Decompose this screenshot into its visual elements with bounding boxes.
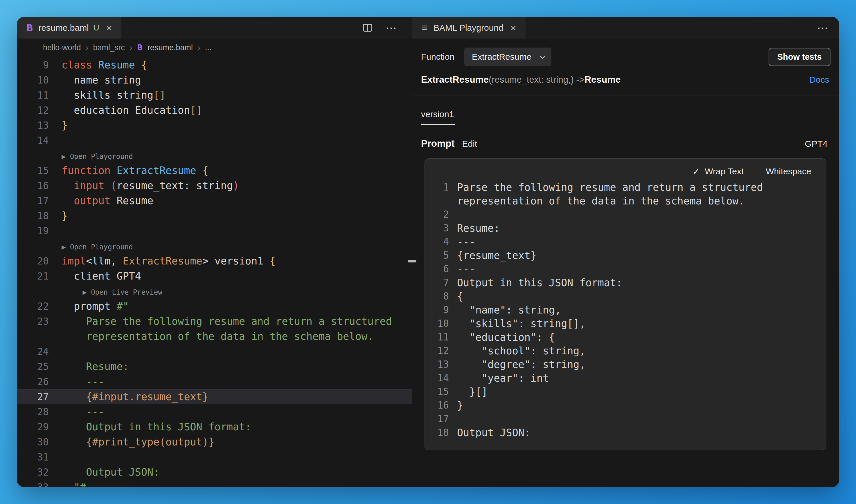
prompt-heading-row: Prompt Edit GPT4 <box>412 138 839 149</box>
prompt-preview-toolbar: ✓ Wrap Text Whitespace <box>433 166 818 177</box>
signature-arrow: -> <box>574 74 584 85</box>
prompt-preview-code: 1Parse the following resume and return a… <box>433 180 818 439</box>
playground-line-text: "school": string, <box>449 345 586 357</box>
editor-code-area[interactable]: 9class Resume {10 name string11 skills s… <box>17 56 412 487</box>
editor-line[interactable]: 33 "# <box>17 480 412 487</box>
line-number: 5 <box>433 250 449 261</box>
whitespace-toggle[interactable]: Whitespace <box>766 166 811 176</box>
split-editor-icon[interactable] <box>363 24 372 32</box>
close-tab-icon[interactable]: × <box>511 23 516 33</box>
line-number: 9 <box>433 304 449 316</box>
editor-line[interactable]: 19 <box>17 223 412 238</box>
editor-line[interactable]: 24 <box>17 344 412 359</box>
playground-line: 7Output in this JSON format: <box>433 276 818 289</box>
breadcrumb-item-file[interactable]: resume.baml <box>148 43 193 52</box>
tab-resume-baml[interactable]: B resume.baml U × <box>17 17 121 39</box>
playground-line-text: "education": { <box>449 331 555 343</box>
line-number: 11 <box>17 90 49 101</box>
editor-line[interactable]: 17 output Resume <box>17 193 412 208</box>
editor-line[interactable]: 20impl<llm, ExtractResume> version1 { <box>17 253 412 269</box>
playground-line: 3Resume: <box>433 221 818 235</box>
editor-line[interactable]: 23 Parse the following resume and return… <box>17 314 412 329</box>
show-tests-button[interactable]: Show tests <box>769 48 831 66</box>
line-number: 7 <box>433 277 449 288</box>
editor-line[interactable]: 15function ExtractResume { <box>17 163 412 178</box>
playground-line-text: {resume_text} <box>449 250 536 261</box>
editor-line[interactable]: 18} <box>17 208 412 223</box>
playground-line-text: representation of the data in the schema… <box>449 195 744 207</box>
editor-line[interactable]: 21 client GPT4 <box>17 269 412 284</box>
line-number: 30 <box>17 436 49 448</box>
signature-params: (resume_text: string,) <box>489 74 574 85</box>
editor-line[interactable]: 14 <box>17 133 412 148</box>
docs-link[interactable]: Docs <box>809 75 829 85</box>
editor-tab-bar: B resume.baml U × ⋯ <box>17 17 412 39</box>
playground-line: 8{ <box>433 289 818 303</box>
line-number: 12 <box>17 105 49 116</box>
playground-line: 17 <box>433 412 818 426</box>
more-actions-icon[interactable]: ⋯ <box>386 22 397 33</box>
signature-return-type: Resume <box>584 74 621 85</box>
editor-line[interactable]: representation of the data in the schema… <box>17 329 412 344</box>
editor-line[interactable]: 10 name string <box>17 72 412 88</box>
function-dropdown-value: ExtractResume <box>472 52 531 62</box>
editor-line[interactable]: 12 education Education[] <box>17 103 412 118</box>
editor-line[interactable]: 31 <box>17 449 412 465</box>
breadcrumb-item-folder[interactable]: baml_src <box>93 43 125 52</box>
pane-resize-handle[interactable] <box>408 260 416 263</box>
editor-line[interactable]: 11 skills string[] <box>17 88 412 103</box>
line-number: 18 <box>433 427 449 438</box>
line-number: 8 <box>433 291 449 302</box>
line-number: 1 <box>433 182 449 193</box>
playground-line: 5{resume_text} <box>433 249 818 262</box>
line-number: 18 <box>17 210 49 221</box>
line-number: 4 <box>433 236 449 247</box>
line-number: 17 <box>433 413 449 425</box>
editor-line[interactable]: 9class Resume { <box>17 57 412 72</box>
editor-line[interactable]: 26 --- <box>17 374 412 389</box>
breadcrumb-item-project[interactable]: hello-world <box>43 43 81 52</box>
tab-version1[interactable]: version1 <box>421 109 455 125</box>
baml-file-icon: B <box>137 43 143 52</box>
line-number: 13 <box>433 359 449 370</box>
codelens-link[interactable]: ▶ Open Playground <box>17 238 412 253</box>
codelens-link[interactable]: ▶ Open Live Preview <box>17 284 412 299</box>
editor-line[interactable]: 32 Output JSON: <box>17 465 412 480</box>
breadcrumb-item-symbol[interactable]: ... <box>205 43 212 52</box>
breadcrumb-separator-icon: › <box>198 43 200 53</box>
line-number: 20 <box>17 255 49 267</box>
editor-line[interactable]: 30 {#print_type(output)} <box>17 434 412 449</box>
edit-prompt-link[interactable]: Edit <box>462 139 477 149</box>
editor-line[interactable]: 22 prompt #" <box>17 299 412 314</box>
breadcrumb-separator-icon: › <box>86 43 89 53</box>
playground-line-text: "degree": string, <box>449 359 586 370</box>
function-dropdown[interactable]: ExtractResume <box>464 48 551 66</box>
editor-line[interactable]: 13} <box>17 118 412 133</box>
tab-filename: resume.baml <box>38 23 89 33</box>
editor-line[interactable]: 29 Output in this JSON format: <box>17 419 412 434</box>
line-number: 12 <box>433 345 449 356</box>
playground-line: 1Parse the following resume and return a… <box>433 180 818 194</box>
playground-menu-icon: ≡ <box>422 22 428 34</box>
line-number: 16 <box>433 400 449 411</box>
line-number: 19 <box>17 225 49 237</box>
desktop-background: B resume.baml U × ⋯ hello-world › baml_s… <box>0 0 856 504</box>
codelens-link[interactable]: ▶ Open Playground <box>17 148 412 163</box>
line-number: 31 <box>17 451 49 463</box>
tab-baml-playground[interactable]: ≡ BAML Playground × <box>412 17 526 39</box>
close-tab-icon[interactable]: × <box>106 23 112 33</box>
playground-line: 16} <box>433 398 818 412</box>
line-number: 9 <box>17 59 49 71</box>
playground-line: 15 }[] <box>433 385 818 398</box>
editor-line[interactable]: 28 --- <box>17 404 412 419</box>
wrap-text-toggle[interactable]: ✓ Wrap Text <box>692 166 743 177</box>
playground-line-text: Parse the following resume and return a … <box>449 182 763 193</box>
line-number: 14 <box>17 135 49 146</box>
playground-line-text: Output JSON: <box>449 427 531 438</box>
editor-line[interactable]: 27 {#input.resume_text} <box>17 389 412 404</box>
editor-line[interactable]: 25 Resume: <box>17 359 412 374</box>
playground-line-text: "year": int <box>449 372 549 384</box>
editor-line[interactable]: 16 input (resume_text: string) <box>17 178 412 193</box>
panel-more-actions-icon[interactable]: ⋯ <box>817 22 828 33</box>
untracked-badge: U <box>93 23 99 33</box>
